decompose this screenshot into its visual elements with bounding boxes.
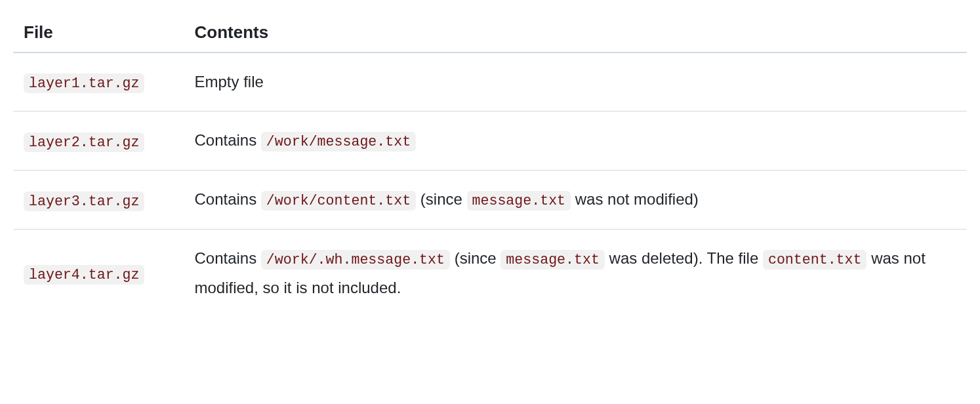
table-row: layer2.tar.gzContains /work/message.txt <box>13 111 967 171</box>
text-span: Contains <box>194 249 260 267</box>
text-span: was deleted). The file <box>605 249 763 267</box>
file-name-code: layer1.tar.gz <box>24 73 144 93</box>
text-span: Contains <box>194 190 260 208</box>
contents-text: Empty file <box>194 68 956 96</box>
file-name-code: layer2.tar.gz <box>24 132 144 152</box>
file-name-code: layer3.tar.gz <box>24 192 144 211</box>
table-body: layer1.tar.gzEmpty filelayer2.tar.gzCont… <box>13 52 967 317</box>
text-span: Empty file <box>194 73 263 91</box>
contents-text: Contains /work/message.txt <box>194 126 956 155</box>
table-row: layer1.tar.gzEmpty file <box>13 52 967 111</box>
file-name-code: layer4.tar.gz <box>24 265 144 285</box>
text-span: Contains <box>194 131 260 149</box>
file-cell: layer4.tar.gz <box>13 230 184 317</box>
contents-cell: Contains /work/content.txt (since messag… <box>184 171 967 230</box>
contents-cell: Contains /work/.wh.message.txt (since me… <box>184 230 967 317</box>
header-file: File <box>13 13 184 52</box>
inline-code: /work/message.txt <box>261 132 416 152</box>
inline-code: content.txt <box>763 250 867 270</box>
layer-contents-table: File Contents layer1.tar.gzEmpty filelay… <box>13 13 967 317</box>
table-row: layer3.tar.gzContains /work/content.txt … <box>13 171 967 230</box>
inline-code: message.txt <box>500 250 605 270</box>
file-cell: layer3.tar.gz <box>13 171 184 230</box>
inline-code: /work/content.txt <box>261 191 416 211</box>
file-cell: layer1.tar.gz <box>13 52 184 111</box>
header-contents: Contents <box>184 13 967 52</box>
contents-text: Contains /work/.wh.message.txt (since me… <box>194 244 956 302</box>
contents-cell: Empty file <box>184 52 967 111</box>
inline-code: /work/.wh.message.txt <box>261 250 450 270</box>
file-cell: layer2.tar.gz <box>13 111 184 171</box>
table-header-row: File Contents <box>13 13 967 52</box>
contents-cell: Contains /work/message.txt <box>184 111 967 171</box>
inline-code: message.txt <box>467 191 571 211</box>
text-span: was not modified) <box>571 190 699 208</box>
text-span: (since <box>416 190 466 208</box>
contents-text: Contains /work/content.txt (since messag… <box>194 185 956 214</box>
table-row: layer4.tar.gzContains /work/.wh.message.… <box>13 230 967 317</box>
text-span: (since <box>450 249 500 267</box>
